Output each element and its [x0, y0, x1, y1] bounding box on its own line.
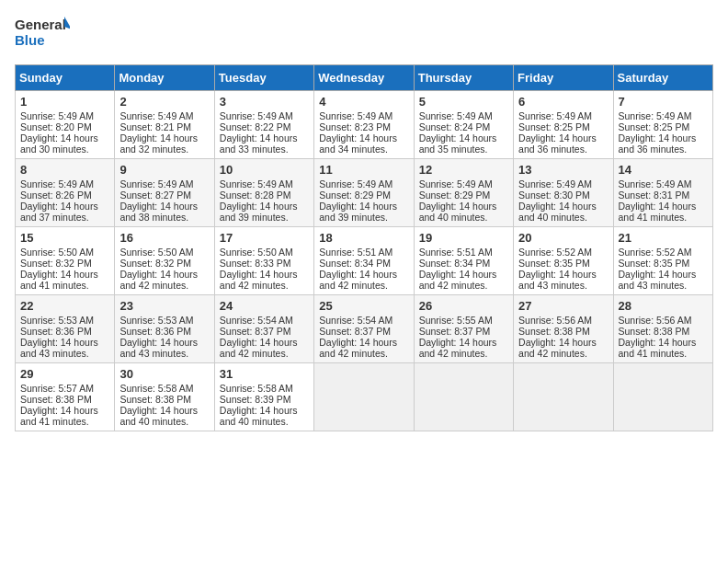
sunrise: Sunrise: 5:56 AM — [619, 315, 692, 326]
daylight: Daylight: 14 hours and 33 minutes. — [220, 132, 298, 155]
calendar-week-row: 1Sunrise: 5:49 AMSunset: 8:20 PMDaylight… — [16, 91, 713, 159]
sunset: Sunset: 8:35 PM — [619, 258, 690, 269]
day-number: 3 — [220, 95, 309, 109]
day-number: 21 — [619, 231, 708, 245]
day-number: 12 — [419, 163, 508, 177]
day-number: 23 — [119, 299, 209, 313]
sunset: Sunset: 8:25 PM — [518, 121, 590, 132]
calendar-cell: 12Sunrise: 5:49 AMSunset: 8:29 PMDayligh… — [414, 159, 513, 227]
calendar-week-row: 29Sunrise: 5:57 AMSunset: 8:38 PMDayligh… — [16, 363, 713, 431]
col-tuesday: Tuesday — [214, 65, 313, 91]
calendar-cell: 14Sunrise: 5:49 AMSunset: 8:31 PMDayligh… — [613, 159, 712, 227]
sunrise: Sunrise: 5:50 AM — [119, 247, 193, 258]
calendar-cell: 4Sunrise: 5:49 AMSunset: 8:23 PMDaylight… — [314, 91, 414, 159]
sunset: Sunset: 8:32 PM — [119, 258, 191, 269]
daylight: Daylight: 14 hours and 42 minutes. — [220, 269, 298, 291]
daylight: Daylight: 14 hours and 40 minutes. — [518, 201, 597, 223]
sunset: Sunset: 8:23 PM — [319, 121, 391, 132]
sunrise: Sunrise: 5:52 AM — [518, 247, 592, 258]
day-number: 17 — [220, 231, 309, 245]
sunset: Sunset: 8:22 PM — [220, 121, 291, 132]
sunset: Sunset: 8:21 PM — [119, 121, 191, 132]
sunset: Sunset: 8:20 PM — [20, 121, 92, 132]
calendar-cell: 24Sunrise: 5:54 AMSunset: 8:37 PMDayligh… — [214, 295, 313, 363]
daylight: Daylight: 14 hours and 35 minutes. — [419, 132, 497, 155]
day-number: 31 — [220, 367, 309, 381]
sunrise: Sunrise: 5:57 AM — [20, 383, 94, 394]
day-number: 19 — [419, 231, 508, 245]
sunrise: Sunrise: 5:49 AM — [619, 178, 692, 190]
calendar-cell: 8Sunrise: 5:49 AMSunset: 8:26 PMDaylight… — [16, 159, 115, 227]
sunrise: Sunrise: 5:53 AM — [20, 315, 94, 326]
calendar-cell — [613, 363, 712, 431]
calendar-cell: 20Sunrise: 5:52 AMSunset: 8:35 PMDayligh… — [514, 227, 613, 295]
sunset: Sunset: 8:38 PM — [518, 326, 590, 337]
day-number: 13 — [518, 163, 608, 177]
calendar-cell: 7Sunrise: 5:49 AMSunset: 8:25 PMDaylight… — [613, 91, 712, 159]
calendar-cell: 9Sunrise: 5:49 AMSunset: 8:27 PMDaylight… — [115, 159, 214, 227]
sunset: Sunset: 8:38 PM — [119, 394, 191, 405]
calendar-cell: 6Sunrise: 5:49 AMSunset: 8:25 PMDaylight… — [514, 91, 613, 159]
daylight: Daylight: 14 hours and 43 minutes. — [20, 337, 98, 359]
calendar-cell: 26Sunrise: 5:55 AMSunset: 8:37 PMDayligh… — [414, 295, 513, 363]
day-number: 6 — [518, 95, 608, 109]
sunset: Sunset: 8:29 PM — [419, 190, 491, 201]
sunset: Sunset: 8:36 PM — [119, 326, 191, 337]
col-monday: Monday — [115, 65, 214, 91]
calendar-cell — [514, 363, 613, 431]
calendar-table: Sunday Monday Tuesday Wednesday Thursday… — [15, 64, 713, 431]
sunrise: Sunrise: 5:49 AM — [518, 178, 592, 190]
sunrise: Sunrise: 5:49 AM — [319, 110, 392, 121]
sunset: Sunset: 8:36 PM — [20, 326, 92, 337]
daylight: Daylight: 14 hours and 36 minutes. — [518, 132, 597, 155]
sunrise: Sunrise: 5:54 AM — [319, 315, 392, 326]
calendar-cell: 18Sunrise: 5:51 AMSunset: 8:34 PMDayligh… — [314, 227, 414, 295]
daylight: Daylight: 14 hours and 42 minutes. — [518, 337, 597, 359]
sunset: Sunset: 8:38 PM — [619, 326, 690, 337]
sunrise: Sunrise: 5:49 AM — [619, 110, 692, 121]
col-friday: Friday — [514, 65, 613, 91]
daylight: Daylight: 14 hours and 42 minutes. — [419, 337, 497, 359]
col-saturday: Saturday — [613, 65, 712, 91]
day-number: 25 — [319, 299, 408, 313]
sunset: Sunset: 8:29 PM — [319, 190, 391, 201]
sunrise: Sunrise: 5:49 AM — [518, 110, 592, 121]
sunset: Sunset: 8:34 PM — [419, 258, 491, 269]
sunset: Sunset: 8:25 PM — [619, 121, 690, 132]
daylight: Daylight: 14 hours and 39 minutes. — [319, 201, 397, 223]
daylight: Daylight: 14 hours and 40 minutes. — [220, 405, 298, 427]
calendar-week-row: 15Sunrise: 5:50 AMSunset: 8:32 PMDayligh… — [16, 227, 713, 295]
daylight: Daylight: 14 hours and 42 minutes. — [319, 337, 397, 359]
daylight: Daylight: 14 hours and 41 minutes. — [20, 269, 98, 291]
day-number: 27 — [518, 299, 608, 313]
daylight: Daylight: 14 hours and 41 minutes. — [619, 337, 697, 359]
sunset: Sunset: 8:37 PM — [419, 326, 491, 337]
calendar-cell: 15Sunrise: 5:50 AMSunset: 8:32 PMDayligh… — [16, 227, 115, 295]
sunrise: Sunrise: 5:58 AM — [220, 383, 293, 394]
calendar-cell: 11Sunrise: 5:49 AMSunset: 8:29 PMDayligh… — [314, 159, 414, 227]
calendar-cell — [414, 363, 513, 431]
svg-text:Blue: Blue — [15, 32, 45, 48]
sunset: Sunset: 8:34 PM — [319, 258, 391, 269]
sunrise: Sunrise: 5:50 AM — [220, 247, 293, 258]
sunrise: Sunrise: 5:51 AM — [319, 247, 392, 258]
sunset: Sunset: 8:38 PM — [20, 394, 92, 405]
daylight: Daylight: 14 hours and 30 minutes. — [20, 132, 98, 155]
sunset: Sunset: 8:27 PM — [119, 190, 191, 201]
daylight: Daylight: 14 hours and 37 minutes. — [20, 201, 98, 223]
sunset: Sunset: 8:37 PM — [220, 326, 291, 337]
day-number: 16 — [119, 231, 209, 245]
daylight: Daylight: 14 hours and 43 minutes. — [518, 269, 597, 291]
daylight: Daylight: 14 hours and 42 minutes. — [119, 269, 198, 291]
sunset: Sunset: 8:24 PM — [419, 121, 491, 132]
day-number: 9 — [119, 163, 209, 177]
day-number: 11 — [319, 163, 408, 177]
day-number: 26 — [419, 299, 508, 313]
calendar-cell: 10Sunrise: 5:49 AMSunset: 8:28 PMDayligh… — [214, 159, 313, 227]
sunrise: Sunrise: 5:49 AM — [119, 178, 193, 190]
sunrise: Sunrise: 5:56 AM — [518, 315, 592, 326]
daylight: Daylight: 14 hours and 40 minutes. — [119, 405, 198, 427]
calendar-week-row: 8Sunrise: 5:49 AMSunset: 8:26 PMDaylight… — [16, 159, 713, 227]
calendar-cell: 30Sunrise: 5:58 AMSunset: 8:38 PMDayligh… — [115, 363, 214, 431]
day-number: 15 — [20, 231, 109, 245]
